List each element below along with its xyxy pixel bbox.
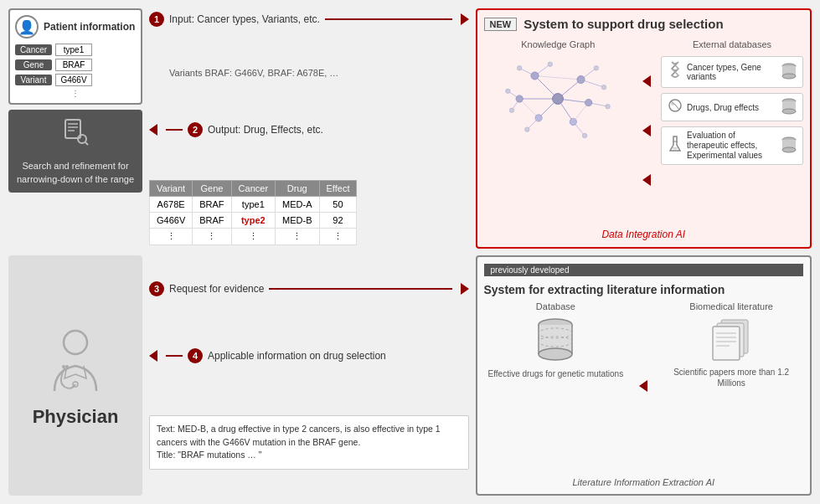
cell-dots: ⋮ <box>193 229 231 245</box>
cell-effect: 50 <box>319 197 357 213</box>
cell-drug: MED-A <box>276 197 319 213</box>
cylinder-icon-2 <box>781 97 797 116</box>
biomedical-area: Biomedical literature <box>659 301 803 471</box>
data-integration-label: Data Integration AI <box>484 229 804 240</box>
arrow-db1-icon <box>642 75 651 87</box>
prev-badge: previously developed <box>484 264 804 276</box>
database-cylinder-svg <box>533 315 579 365</box>
svg-point-31 <box>518 66 523 71</box>
table-row: A678E BRAF type1 MED-A 50 <box>150 197 357 213</box>
database-desc: Effective drugs for genetic mutations <box>488 368 624 379</box>
svg-point-37 <box>525 127 530 132</box>
gene-label: Gene <box>15 59 52 70</box>
database-label: Database <box>536 301 575 311</box>
patient-title: Patient information <box>44 21 135 33</box>
patient-variant-row: Variant G466V <box>15 74 136 86</box>
gene-value: BRAF <box>55 59 92 71</box>
step3-label: Request for evidence <box>169 283 264 295</box>
database-area: Database Effective drugs for genetic mut… <box>484 301 628 471</box>
svg-rect-66 <box>713 327 740 360</box>
db-item-drugs: Drugs, Drug effects <box>661 93 803 121</box>
svg-point-42 <box>782 74 796 79</box>
cell-dots: ⋮ <box>231 229 275 245</box>
svg-point-44 <box>671 102 674 105</box>
svg-point-25 <box>531 72 539 80</box>
svg-point-34 <box>602 85 607 90</box>
top-middle: 1 Input: Cancer types, Variants, etc. Va… <box>149 8 469 249</box>
patient-avatar-icon: 👤 <box>15 15 39 39</box>
patient-dots: ⋮ <box>15 89 136 98</box>
db-item-cancer: Cancer types, Gene variants <box>661 56 803 88</box>
search-box[interactable]: Search and refinement for narrowing-down… <box>8 110 142 193</box>
cancer-label: Cancer <box>15 44 52 55</box>
cell-gene: BRAF <box>193 213 231 229</box>
new-system-panel: NEW System to support drug selection Kno… <box>476 8 812 249</box>
cylinder-icon-3 <box>781 136 797 154</box>
output-table: Variant Gene Cancer Drug Effect A678E BR… <box>149 180 357 245</box>
step2-badge: 2 <box>188 122 203 137</box>
patient-cancer-row: Cancer type1 <box>15 44 136 56</box>
svg-point-39 <box>510 108 515 113</box>
search-icon <box>60 116 90 155</box>
external-db-area: External databases Cancer types, Gene va… <box>661 39 803 222</box>
step1-label: Input: Cancer types, Variants, etc. <box>169 13 320 25</box>
svg-line-21 <box>535 76 581 80</box>
svg-point-32 <box>548 62 553 67</box>
evidence-text-box: Text: MED-B, a drug effective in type 2 … <box>149 415 469 470</box>
svg-point-29 <box>535 115 542 121</box>
svg-point-56 <box>65 365 69 368</box>
variant-label: Variant <box>15 75 52 85</box>
cell-cancer-red: type2 <box>231 213 275 229</box>
table-row: G466V BRAF type2 MED-B 92 <box>150 213 357 229</box>
col-gene: Gene <box>193 181 231 197</box>
svg-point-30 <box>516 95 523 102</box>
db-eval-text: Evaluation of therapeutic effects, Exper… <box>687 131 777 161</box>
svg-point-33 <box>594 66 599 71</box>
prev-system-title: System for extracting literature informa… <box>484 283 804 296</box>
db-drugs-text: Drugs, Drug effects <box>687 103 759 112</box>
svg-point-47 <box>782 109 796 114</box>
col-drug: Drug <box>276 181 319 197</box>
knowledge-graph-area: Knowledge Graph <box>484 39 633 222</box>
flask-icon <box>667 135 683 157</box>
svg-point-4 <box>78 135 86 143</box>
patient-info-box: 👤 Patient information Cancer type1 Gene … <box>8 8 142 105</box>
table-row: ⋮ ⋮ ⋮ ⋮ ⋮ <box>150 229 357 245</box>
arrow-db2-icon <box>642 125 651 136</box>
svg-rect-0 <box>65 120 80 138</box>
document-svg <box>709 315 755 363</box>
col-cancer: Cancer <box>231 181 275 197</box>
svg-line-22 <box>519 99 539 118</box>
svg-point-35 <box>606 104 611 108</box>
cell-dots: ⋮ <box>319 229 357 245</box>
patient-header: 👤 Patient information <box>15 15 136 39</box>
svg-point-36 <box>583 133 588 138</box>
lit-info-label: Literature Information Extraction AI <box>484 477 804 487</box>
svg-point-27 <box>585 99 592 105</box>
new-system-title: System to support drug selection <box>523 17 723 31</box>
knowledge-graph-svg <box>495 53 621 145</box>
pill-icon <box>667 97 683 117</box>
physician-figure-svg <box>38 324 113 399</box>
svg-point-53 <box>64 331 87 354</box>
patient-gene-row: Gene BRAF <box>15 59 136 71</box>
db-cancer-text: Cancer types, Gene variants <box>687 63 777 81</box>
step4-label: Applicable information on drug selection <box>208 350 386 362</box>
prev-system-content: Database Effective drugs for genetic mut… <box>484 301 804 471</box>
svg-point-28 <box>570 118 576 125</box>
ext-db-title: External databases <box>661 39 803 49</box>
variants-text: Variants BRAF: G466V, BRAF: A678E, … <box>149 68 469 78</box>
cell-dots: ⋮ <box>150 229 193 245</box>
arrow-left-icon <box>639 380 647 392</box>
svg-point-49 <box>673 147 678 150</box>
svg-point-59 <box>539 348 572 360</box>
cylinder-icon-1 <box>781 62 797 80</box>
cell-drug: MED-B <box>276 213 319 229</box>
cell-variant: A678E <box>150 197 193 213</box>
svg-point-52 <box>782 147 796 152</box>
col-variant: Variant <box>150 181 193 197</box>
arrow-db3-icon <box>642 174 651 186</box>
new-system-header: NEW System to support drug selection <box>484 17 804 31</box>
svg-point-55 <box>62 365 65 368</box>
step4-badge: 4 <box>188 348 203 363</box>
